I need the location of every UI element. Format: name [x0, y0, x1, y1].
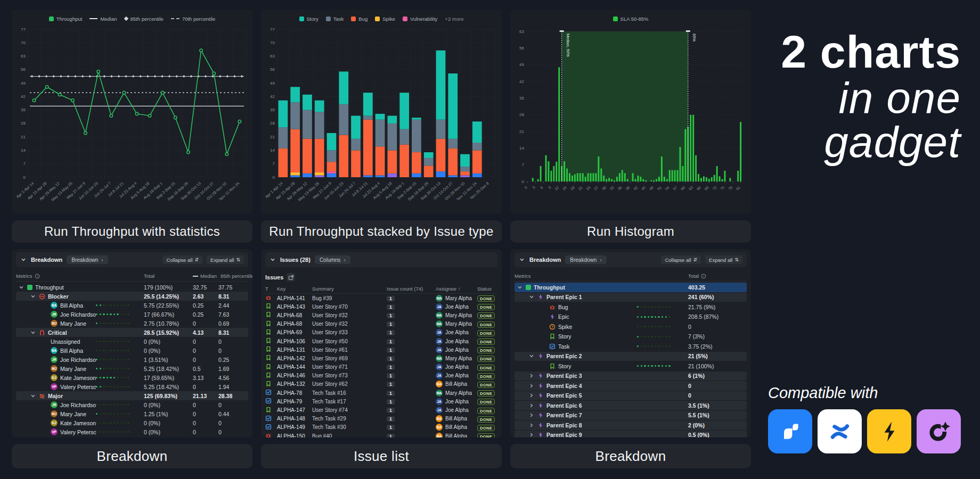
breakdown-row[interactable]: JRJoe Richardson 0 (0%) 0 0 [16, 400, 248, 409]
breakdown-row[interactable]: Parent Epic 7 5.5 (1%) [514, 411, 747, 420]
collapse-all-button[interactable]: Collapse all ⇵ [661, 255, 701, 264]
issue-row[interactable]: ALPHA-149 Tech Task #30 1 BABill Alpha D… [265, 423, 497, 432]
breakdown-row[interactable]: KJKate Jameson 17 (59.65%) 3.13 4.56 [16, 373, 248, 382]
breakdown-row[interactable]: Parent Epic 4 0 [514, 381, 747, 391]
breakdown-row[interactable]: VPValery Peterson 5.25 (18.42%) 0 1.94 [16, 382, 248, 391]
chevron-right-icon[interactable] [529, 412, 534, 418]
app-tile-rovo[interactable] [917, 409, 961, 453]
breakdown-row[interactable]: Throughput 179 (100%) 32.75 37.75 [16, 283, 248, 292]
issue-row[interactable]: ALPHA-79 Tech Task #17 1 JAJoe Alpha DON… [265, 397, 497, 406]
issue-key[interactable]: ALPHA-106 [277, 338, 312, 344]
issue-row[interactable]: ALPHA-148 Tech Task #29 1 BABill Alpha D… [265, 415, 497, 423]
issue-key[interactable]: ALPHA-132 [277, 381, 312, 387]
breakdown-row[interactable]: Story 7 (3%) [514, 332, 747, 342]
chevron-right-icon[interactable] [529, 383, 534, 389]
issue-row[interactable]: ALPHA-146 User Story #73 1 JAJoe Alpha D… [265, 371, 497, 380]
breakdown-row[interactable]: Bug 21.75 (9%) [514, 302, 747, 312]
legend-item[interactable]: Task [326, 16, 344, 22]
issue-row[interactable]: ALPHA-132 User Story #62 1 BABill Alpha … [265, 380, 497, 389]
breakdown-row[interactable]: Parent Epic 3 6 (1%) [514, 371, 747, 381]
issue-key[interactable]: ALPHA-78 [277, 390, 312, 396]
issue-key[interactable]: ALPHA-143 [277, 304, 312, 310]
issue-row[interactable]: ALPHA-68 User Story #32 1 MAMary Alpha D… [265, 311, 497, 319]
breakdown-row[interactable]: Throughput 403.25 [514, 283, 747, 292]
line-chart[interactable]: 0714212835424956637077Apr 1-Apr 14Apr 15… [14, 24, 250, 213]
panel-breadcrumb-button[interactable]: Breakdown › [67, 255, 108, 264]
chevron-down-icon[interactable] [21, 257, 26, 262]
breakdown-row[interactable]: ?Spike 0 [514, 322, 747, 332]
breakdown-row[interactable]: KJKate Jameson 0 (0%) 0 0 [16, 418, 248, 427]
breakdown-row[interactable]: Unassigned 0 (0%) 0 0 [16, 337, 248, 346]
chevron-right-icon[interactable] [529, 373, 534, 378]
issue-key[interactable]: ALPHA-142 [277, 356, 312, 361]
legend-item[interactable]: 70th percentile [171, 16, 215, 22]
issue-key[interactable]: ALPHA-131 [277, 347, 312, 353]
expand-all-button[interactable]: Expand all ⇅ [705, 255, 742, 264]
breakdown-row[interactable]: Parent Epic 2 21 (5%) [514, 352, 747, 361]
issue-row[interactable]: ALPHA-78 Tech Task #16 1 MAMary Alpha DO… [265, 389, 497, 397]
breakdown-row[interactable]: BABill Alpha 0 (0%) 0 0 [16, 346, 248, 355]
issue-row[interactable]: ALPHA-142 User Story #69 1 MAMary Alpha … [265, 354, 497, 362]
breakdown-row[interactable]: Epic 208.5 (87%) [514, 312, 747, 322]
issue-key[interactable]: ALPHA-68 [277, 321, 312, 327]
breakdown-row[interactable]: Parent Epic 6 3.5 (1%) [514, 401, 747, 410]
chevron-down-icon[interactable] [30, 393, 36, 399]
issue-row[interactable]: ALPHA-68 User Story #32 1 MAMary Alpha D… [265, 320, 497, 328]
issue-row[interactable]: ALPHA-69 User Story #33 1 JAJoe Alpha DO… [265, 328, 497, 337]
issue-key[interactable]: ALPHA-141 [277, 295, 312, 301]
chevron-right-icon[interactable] [529, 393, 534, 398]
stacked-bar-chart[interactable]: 0714212835424956637077Apr 1-Apr 14Apr 15… [263, 24, 500, 213]
issue-key[interactable]: ALPHA-147 [277, 407, 312, 413]
app-tile-jira[interactable] [768, 409, 812, 453]
issue-row[interactable]: ALPHA-144 User Story #71 1 JAJoe Alpha D… [265, 363, 497, 371]
info-icon[interactable]: i [701, 274, 706, 279]
breakdown-row[interactable]: MJMary Jane 5.25 (18.42%) 0.5 1.69 [16, 364, 248, 373]
issue-row[interactable]: ALPHA-150 Bug #40 1 BABill Alpha DONE [265, 432, 497, 437]
issue-key[interactable]: ALPHA-79 [277, 399, 312, 404]
breakdown-row[interactable]: MJMary Jane 2.75 (10.78%) 0 0.69 [16, 319, 248, 328]
breakdown-row[interactable]: BABill Alpha 5.75 (22.55%) 0.25 2.44 [16, 301, 248, 310]
breakdown-row[interactable]: Story 21 (100%) [514, 361, 747, 371]
histogram-chart[interactable]: 071421283542495663Median, 50%85%03691215… [512, 24, 749, 213]
issue-row[interactable]: ALPHA-143 User Story #70 1 JAJoe Alpha D… [265, 302, 497, 311]
issue-row[interactable]: ALPHA-147 User Story #74 1 JAJoe Alpha D… [265, 406, 497, 414]
chevron-down-icon[interactable] [30, 294, 36, 299]
breakdown-row[interactable]: Parent Epic 5 0 [514, 391, 747, 401]
chevron-down-icon[interactable] [529, 353, 534, 359]
chevron-down-icon[interactable] [519, 257, 525, 262]
issue-row[interactable]: ALPHA-106 User Story #50 1 JAJoe Alpha D… [265, 337, 497, 345]
breakdown-row[interactable]: Blocker 25.5 (14.25%) 2.63 8.31 [16, 292, 248, 301]
legend-item[interactable]: Spike [375, 16, 395, 22]
legend-item[interactable]: +2 more [445, 16, 463, 22]
issue-key[interactable]: ALPHA-149 [277, 424, 312, 430]
legend-item[interactable]: Median [89, 16, 117, 22]
breakdown-row[interactable]: Major 125 (69.83%) 21.13 28.38 [16, 391, 248, 400]
breakdown-row[interactable]: Critical 28.5 (15.92%) 4.13 8.31 [16, 328, 248, 337]
legend-item[interactable]: Throughput [49, 16, 83, 22]
breakdown-row[interactable]: Parent Epic 9 0.5 (0%) [514, 431, 747, 438]
chevron-down-icon[interactable] [30, 330, 36, 335]
breakdown-row[interactable]: JRJoe Richardson 17 (66.67%) 0.25 7.63 [16, 310, 248, 319]
breakdown-row[interactable]: Task 3.75 (2%) [514, 342, 747, 351]
columns-button[interactable]: Columns › [315, 255, 350, 264]
legend-item[interactable]: SLA 50-85% [613, 16, 649, 22]
breakdown-row[interactable]: Parent Epic 8 2 (0%) [514, 420, 747, 430]
breakdown-row[interactable]: MJMary Jane 1.25 (1%) 0 0.44 [16, 409, 248, 418]
col-assignee[interactable]: Assignee ↑ [436, 286, 477, 292]
chevron-down-icon[interactable] [517, 285, 522, 290]
legend-item[interactable]: 85th percentile [125, 16, 164, 22]
chevron-right-icon[interactable] [529, 423, 534, 428]
legend-item[interactable]: Vulnerability [403, 16, 437, 22]
issue-row[interactable]: ALPHA-131 User Story #61 1 JAJoe Alpha D… [265, 345, 497, 354]
breakdown-row[interactable]: VPValery Peterson 0 (0%) 0 0 [16, 427, 248, 436]
expand-all-button[interactable]: Expand all ⇅ [207, 255, 244, 264]
app-tile-jira-service-management[interactable] [867, 409, 911, 453]
app-tile-confluence[interactable] [818, 409, 862, 453]
legend-item[interactable]: Story [299, 16, 318, 22]
chevron-right-icon[interactable] [529, 432, 534, 437]
collapse-all-button[interactable]: Collapse all ⇵ [162, 255, 202, 264]
chevron-right-icon[interactable] [529, 403, 534, 408]
open-issues-button[interactable] [287, 273, 295, 282]
issue-key[interactable]: ALPHA-146 [277, 373, 312, 378]
chevron-down-icon[interactable] [270, 257, 275, 262]
